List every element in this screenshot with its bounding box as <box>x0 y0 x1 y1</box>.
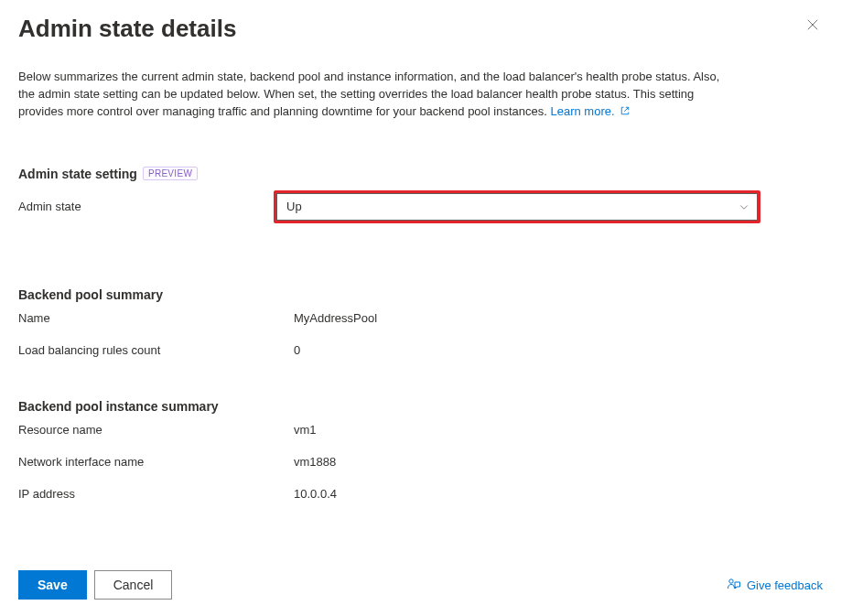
resource-name-value: vm1 <box>274 423 317 437</box>
ip-address-label: IP address <box>18 487 274 501</box>
rules-count-label: Load balancing rules count <box>18 343 274 357</box>
cancel-button[interactable]: Cancel <box>94 570 173 600</box>
give-feedback-label: Give feedback <box>747 578 823 592</box>
external-link-icon <box>620 105 631 116</box>
feedback-icon <box>727 578 741 592</box>
admin-state-label: Admin state <box>18 200 274 213</box>
nic-name-value: vm1888 <box>274 455 336 469</box>
learn-more-link[interactable]: Learn more. <box>551 104 631 118</box>
preview-badge: PREVIEW <box>143 167 198 180</box>
chevron-down-icon <box>739 201 749 212</box>
ip-address-value: 10.0.0.4 <box>274 487 337 501</box>
rules-count-value: 0 <box>274 343 300 357</box>
pool-name-value: MyAddressPool <box>274 311 377 325</box>
svg-point-0 <box>729 579 733 583</box>
intro-paragraph: Below summarizes the current admin state… <box>18 69 732 121</box>
close-icon <box>806 18 819 31</box>
admin-state-selected: Up <box>286 200 302 213</box>
close-button[interactable] <box>803 15 823 35</box>
page-title: Admin state details <box>18 15 236 43</box>
instance-summary-heading-text: Backend pool instance summary <box>18 399 219 414</box>
footer-bar: Save Cancel Give feedback <box>18 558 823 616</box>
nic-name-label: Network interface name <box>18 455 274 469</box>
give-feedback-link[interactable]: Give feedback <box>727 578 823 592</box>
admin-state-highlight: Up <box>274 190 760 223</box>
backend-pool-heading: Backend pool summary <box>18 287 823 302</box>
pool-name-label: Name <box>18 311 274 325</box>
learn-more-label: Learn more. <box>551 104 615 118</box>
admin-state-setting-heading-text: Admin state setting <box>18 167 137 181</box>
resource-name-label: Resource name <box>18 423 274 437</box>
backend-pool-heading-text: Backend pool summary <box>18 287 163 302</box>
save-button[interactable]: Save <box>18 570 87 600</box>
admin-state-setting-heading: Admin state setting PREVIEW <box>18 167 823 181</box>
instance-summary-heading: Backend pool instance summary <box>18 399 823 414</box>
admin-state-dropdown[interactable]: Up <box>276 193 758 221</box>
